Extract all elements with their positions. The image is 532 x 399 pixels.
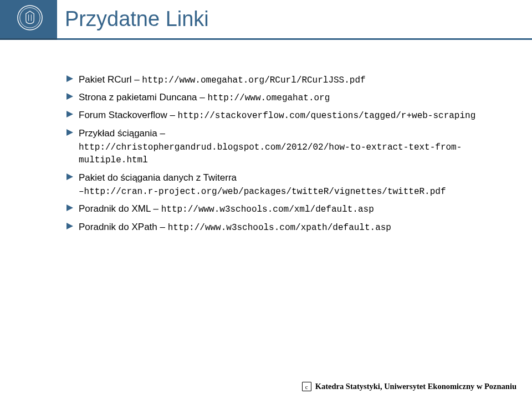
item-url: http://www.w3schools.com/xpath/default.a… xyxy=(168,223,391,233)
item-label: Pakiet RCurl – xyxy=(79,74,142,85)
svg-point-0 xyxy=(18,6,42,30)
item-text: Poradnik do XML – http://www.w3schools.c… xyxy=(79,202,505,216)
item-url: http://www.omegahat.org/RCurl/RCurlJSS.p… xyxy=(142,75,365,85)
triangle-bullet-icon xyxy=(66,75,73,82)
item-text: Pakiet do ściągania danych z Twiterra –h… xyxy=(79,171,505,199)
content-area: Pakiet RCurl – http://www.omegahat.org/R… xyxy=(0,40,532,234)
item-label: Strona z pakietami Duncana – xyxy=(79,92,207,103)
list-item: Pakiet do ściągania danych z Twiterra –h… xyxy=(66,171,505,199)
item-label: Pakiet do ściągania danych z Twiterra xyxy=(79,172,237,183)
header-title-wrap: Przydatne Linki xyxy=(57,0,532,40)
slide-footer: c Katedra Statystyki, Uniwersytet Ekonom… xyxy=(302,382,516,391)
svg-point-1 xyxy=(20,8,40,28)
item-label: Poradnik do XPath – xyxy=(79,222,168,232)
footer-text: Katedra Statystyki, Uniwersytet Ekonomic… xyxy=(315,382,516,391)
item-url: http://www.w3schools.com/xml/default.asp xyxy=(161,204,374,214)
triangle-bullet-icon xyxy=(66,223,73,229)
item-text: Pakiet RCurl – http://www.omegahat.org/R… xyxy=(79,73,505,87)
university-logo-icon xyxy=(17,4,43,31)
slide-title: Przydatne Linki xyxy=(65,7,209,31)
item-text: Przykład ściągania – http://christopherg… xyxy=(79,127,505,167)
item-label: Przykład ściągania – xyxy=(79,128,165,139)
list-item: Pakiet RCurl – http://www.omegahat.org/R… xyxy=(66,73,505,87)
list-item: Poradnik do XML – http://www.w3schools.c… xyxy=(66,202,505,216)
list-item: Przykład ściągania – http://christopherg… xyxy=(66,127,505,167)
triangle-bullet-icon xyxy=(66,204,73,211)
item-text: Forum Stackoverflow – http://stackoverfl… xyxy=(79,109,505,122)
item-url: http://christophergandrud.blogspot.com/2… xyxy=(79,141,505,167)
item-text: Poradnik do XPath – http://www.w3schools… xyxy=(79,221,505,234)
slide-header: Przydatne Linki xyxy=(0,0,532,40)
item-label: Poradnik do XML – xyxy=(79,203,161,214)
item-url: http://stackoverflow.com/questions/tagge… xyxy=(178,111,476,121)
item-url: –http://cran.r-project.org/web/packages/… xyxy=(79,186,505,198)
list-item: Poradnik do XPath – http://www.w3schools… xyxy=(66,221,505,234)
item-text: Strona z pakietami Duncana – http://www.… xyxy=(79,91,505,105)
triangle-bullet-icon xyxy=(66,129,73,136)
triangle-bullet-icon xyxy=(66,93,73,100)
triangle-bullet-icon xyxy=(66,111,73,117)
triangle-bullet-icon xyxy=(66,173,73,180)
item-url: http://www.omegahat.org xyxy=(207,93,330,103)
list-item: Strona z pakietami Duncana – http://www.… xyxy=(66,91,505,105)
copyright-icon: c xyxy=(302,382,311,391)
header-left-block xyxy=(0,0,57,40)
item-label: Forum Stackoverflow – xyxy=(79,110,178,120)
list-item: Forum Stackoverflow – http://stackoverfl… xyxy=(66,109,505,122)
